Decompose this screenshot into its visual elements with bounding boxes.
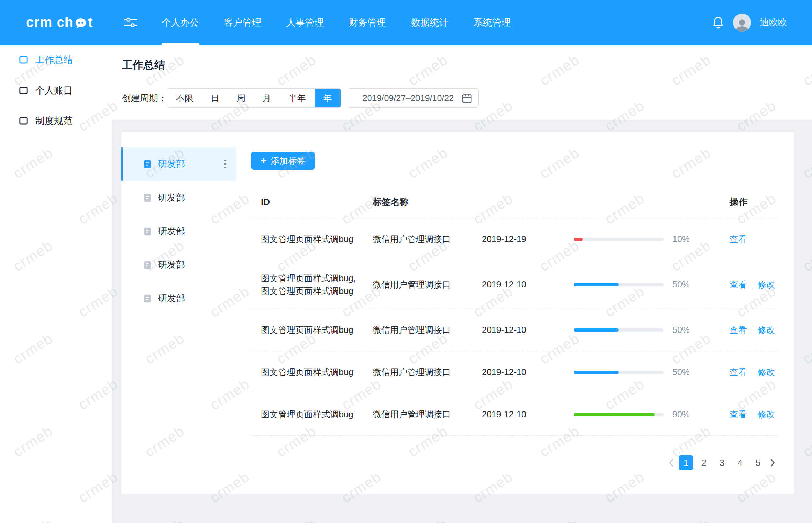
period-option-month[interactable]: 月 xyxy=(254,89,280,107)
edit-link[interactable]: 修改 xyxy=(758,366,775,378)
progress-percent: 90% xyxy=(672,409,710,419)
page-number[interactable]: 2 xyxy=(697,455,711,470)
period-segmented-control: 不限 日 周 月 半年 年 xyxy=(167,88,341,108)
table-area: + 添加标签 ID 标签名称 操作 图文管理页面样式调bug 微信用户管理调接口… xyxy=(236,132,794,494)
add-tag-button[interactable]: + 添加标签 xyxy=(251,152,315,170)
group-panel: 研发部 研发部 研发部 研发部 xyxy=(121,132,236,494)
progress-percent: 50% xyxy=(672,280,710,290)
period-option-week[interactable]: 周 xyxy=(228,89,254,107)
filter-row: 创建周期： 不限 日 周 月 半年 年 2019/09/27–2019/10/2… xyxy=(122,88,812,108)
period-option-half-year[interactable]: 半年 xyxy=(280,89,315,107)
row-actions: 查看 xyxy=(730,233,778,245)
tag-name: 微信用户管理调接口 xyxy=(373,366,482,378)
sidebar-item-personal-account[interactable]: 个人账目 xyxy=(0,75,112,106)
task-name: 图文管理页面样式调bug xyxy=(261,323,373,336)
chevron-right-icon[interactable] xyxy=(769,458,777,467)
board-icon xyxy=(19,56,28,64)
date-range-input[interactable]: 2019/09/27–2019/10/22 xyxy=(348,88,479,108)
group-item[interactable]: 研发部 xyxy=(121,282,236,315)
progress-bar xyxy=(574,328,664,332)
col-header-id: ID xyxy=(261,196,373,209)
table-header-row: ID 标签名称 操作 xyxy=(251,186,778,218)
table-row: 图文管理页面样式调bug 微信用户管理调接口 2019-12-10 50% 查看… xyxy=(251,351,778,393)
sidebar-item-work-summary[interactable]: 工作总结 xyxy=(0,45,112,75)
progress-bar xyxy=(574,283,664,286)
row-actions: 查看 修改 xyxy=(730,409,778,420)
table-row: 图文管理页面样式调bug 微信用户管理调接口 2019-12-10 50% 查看… xyxy=(251,309,778,351)
tag-name: 微信用户管理调接口 xyxy=(373,409,482,420)
edit-link[interactable]: 修改 xyxy=(758,279,775,290)
page-number[interactable]: 1 xyxy=(679,455,693,470)
sidebar-item-rules[interactable]: 制度规范 xyxy=(0,106,112,136)
group-item[interactable]: 研发部 xyxy=(121,248,236,282)
edit-link[interactable]: 修改 xyxy=(758,409,775,420)
content-card: 研发部 研发部 研发部 研发部 xyxy=(121,132,794,494)
view-link[interactable]: 查看 xyxy=(730,233,747,245)
edit-link[interactable]: 修改 xyxy=(758,324,775,336)
sidebar-item-label: 工作总结 xyxy=(35,54,73,66)
task-name: 图文管理页面样式调bug xyxy=(261,233,373,246)
row-actions: 查看 修改 xyxy=(730,279,778,290)
row-actions: 查看 修改 xyxy=(730,366,778,378)
nav-item-statistics[interactable]: 数据统计 xyxy=(411,0,449,45)
nav-item-personal-office[interactable]: 个人办公 xyxy=(162,0,199,45)
sidebar: 工作总结 个人账目 制度规范 xyxy=(0,45,112,523)
nav-item-customer[interactable]: 客户管理 xyxy=(224,0,262,45)
nav-item-finance[interactable]: 财务管理 xyxy=(349,0,386,45)
tags-table: ID 标签名称 操作 图文管理页面样式调bug 微信用户管理调接口 2019-1… xyxy=(251,186,778,436)
group-label: 研发部 xyxy=(158,292,185,304)
doc-icon xyxy=(143,160,152,169)
progress-bar xyxy=(574,238,664,241)
tag-name: 微信用户管理调接口 xyxy=(373,324,482,336)
progress-bar xyxy=(574,413,664,416)
period-option-year[interactable]: 年 xyxy=(315,89,341,107)
view-link[interactable]: 查看 xyxy=(730,366,747,378)
progress-bar xyxy=(574,371,664,374)
progress-percent: 10% xyxy=(672,234,710,244)
group-item[interactable]: 研发部 xyxy=(121,181,236,214)
table-row: 图文管理页面样式调bug 微信用户管理调接口 2019-12-19 10% 查看 xyxy=(251,218,778,260)
table-row: 图文管理页面样式调bug, 图文管理页面样式调bug 微信用户管理调接口 201… xyxy=(251,260,778,309)
nav-item-system[interactable]: 系统管理 xyxy=(474,0,511,45)
top-header: crm ch t 个人办公 客户管理 人事管理 财务管理 数据统计 系统管理 xyxy=(0,0,812,45)
chevron-left-icon[interactable] xyxy=(667,458,675,467)
page-title: 工作总结 xyxy=(122,58,812,72)
nav-item-hr[interactable]: 人事管理 xyxy=(286,0,324,45)
page-number[interactable]: 5 xyxy=(751,455,765,470)
date-range-value: 2019/09/27–2019/10/22 xyxy=(354,93,462,103)
tag-name: 微信用户管理调接口 xyxy=(373,233,482,245)
date-cell: 2019-12-10 xyxy=(482,409,574,419)
period-option-unlimited[interactable]: 不限 xyxy=(167,89,202,107)
pagination: 1 2 3 4 5 xyxy=(667,455,777,470)
avatar[interactable] xyxy=(733,14,751,32)
doc-icon xyxy=(143,227,152,236)
action-divider xyxy=(752,410,752,419)
group-label: 研发部 xyxy=(158,259,185,271)
board-icon xyxy=(19,117,28,125)
view-link[interactable]: 查看 xyxy=(730,324,747,336)
date-cell: 2019-12-10 xyxy=(482,280,574,290)
table-row: 图文管理页面样式调bug 微信用户管理调接口 2019-12-10 90% 查看… xyxy=(251,393,778,436)
date-cell: 2019-12-19 xyxy=(482,234,574,244)
view-link[interactable]: 查看 xyxy=(730,409,747,420)
bell-icon[interactable] xyxy=(712,16,724,29)
page-topbar: 工作总结 创建周期： 不限 日 周 月 半年 年 2019/09/27–2019… xyxy=(112,45,812,120)
header-right: 迪欧欧 xyxy=(712,14,787,32)
collapse-menu-icon[interactable] xyxy=(124,17,138,28)
group-item[interactable]: 研发部 xyxy=(121,214,236,248)
view-link[interactable]: 查看 xyxy=(730,279,747,290)
period-option-day[interactable]: 日 xyxy=(202,89,228,107)
logo-chat-bubble-icon xyxy=(74,17,87,29)
task-name: 图文管理页面样式调bug xyxy=(261,408,373,421)
more-dots-icon[interactable] xyxy=(222,158,228,170)
filter-label: 创建周期： xyxy=(122,92,167,104)
task-name: 图文管理页面样式调bug xyxy=(261,366,373,379)
user-name[interactable]: 迪欧欧 xyxy=(760,16,787,28)
group-item[interactable]: 研发部 xyxy=(121,147,236,181)
page-number[interactable]: 4 xyxy=(733,455,747,470)
board-icon xyxy=(19,87,28,94)
group-label: 研发部 xyxy=(158,192,185,204)
calendar-icon xyxy=(462,93,472,103)
logo-text-right: t xyxy=(88,15,93,30)
page-number[interactable]: 3 xyxy=(715,455,729,470)
